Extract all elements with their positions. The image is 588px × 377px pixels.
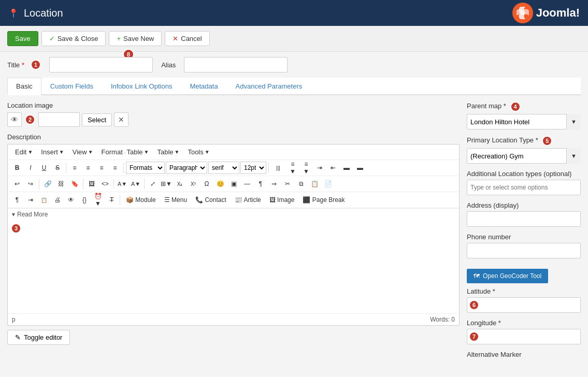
cancel-button[interactable]: ✕ Cancel: [165, 31, 209, 46]
alias-input[interactable]: [184, 57, 288, 72]
geocoder-icon: 🗺: [474, 272, 480, 280]
align-right-button[interactable]: ≡: [95, 162, 108, 174]
editor-footer: p Words: 0: [8, 313, 459, 325]
parent-map-select[interactable]: London Hilton Hotel: [467, 114, 581, 129]
emoji-button[interactable]: 😊: [214, 178, 226, 190]
module-button[interactable]: 📦 Module: [122, 194, 160, 206]
save-button[interactable]: Save: [7, 31, 38, 46]
image-insert-button[interactable]: 🖼 Image: [266, 194, 298, 206]
location-pin-icon: 📍: [8, 8, 19, 18]
special-char-button[interactable]: Ω: [200, 178, 213, 190]
paragraph-select[interactable]: Paragraph: [166, 162, 207, 174]
underline-button[interactable]: U: [38, 162, 50, 174]
save-close-button[interactable]: ✓ Save & Close: [41, 31, 106, 46]
wordcount-button[interactable]: |||: [271, 162, 285, 174]
address-input[interactable]: [467, 211, 581, 227]
main-content: Title * 1 Alias Basic Custom Fields Info…: [0, 52, 588, 370]
bold-button[interactable]: B: [11, 162, 23, 174]
parent-map-badge: 4: [510, 102, 521, 112]
num-list-button[interactable]: ≡ ▼: [300, 162, 312, 174]
formats-select[interactable]: Formats: [126, 162, 165, 174]
tab-custom-fields[interactable]: Custom Fields: [41, 78, 102, 94]
tab-basic[interactable]: Basic: [7, 78, 41, 95]
paste-button[interactable]: 📋: [308, 178, 321, 190]
text-color-button[interactable]: A▼: [116, 178, 128, 190]
redo-button[interactable]: ↪: [24, 178, 37, 190]
menu-btn[interactable]: ☰ Menu: [161, 194, 191, 206]
clock-button[interactable]: ⏰ ▼: [92, 194, 104, 206]
paste-text-button[interactable]: 📄: [322, 178, 334, 190]
undo-button[interactable]: ↩: [11, 178, 23, 190]
menu-insert[interactable]: Insert ▼: [37, 147, 68, 157]
tools-arrow: ▼: [205, 149, 210, 155]
preview-button[interactable]: 👁: [65, 194, 77, 206]
indent-button[interactable]: ⇥: [313, 162, 326, 174]
save-new-button[interactable]: + Save New: [109, 31, 162, 46]
hr-button[interactable]: —: [241, 178, 253, 190]
latitude-group: Latitude * 6: [467, 287, 581, 313]
menu-view[interactable]: View ▼: [68, 147, 97, 157]
tabs: Basic Custom Fields Infobox Link Options…: [7, 78, 581, 95]
cut-button[interactable]: ✂: [281, 178, 294, 190]
print-button[interactable]: 🖨: [51, 194, 64, 206]
copy-button[interactable]: ⧉: [295, 178, 307, 190]
primary-type-select[interactable]: (Recreation) Gym: [467, 148, 581, 164]
latitude-input[interactable]: [467, 297, 581, 313]
table-insert-button[interactable]: ⊞▼: [160, 178, 173, 190]
additional-types-input[interactable]: [467, 180, 581, 195]
clear-button[interactable]: T̶: [105, 194, 118, 206]
code-button[interactable]: <>: [99, 178, 111, 190]
sep3: [268, 163, 269, 173]
eye-button[interactable]: 👁: [7, 112, 22, 127]
format-indent-button[interactable]: ⇥: [24, 194, 37, 206]
bookmark-button[interactable]: 🔖: [68, 178, 81, 190]
longitude-input[interactable]: [467, 329, 581, 344]
image-button[interactable]: 🖼: [85, 178, 98, 190]
article-button[interactable]: 📰 Article: [231, 194, 265, 206]
align-justify-button[interactable]: ≡: [109, 162, 121, 174]
superscript-button[interactable]: X²: [187, 178, 199, 190]
link-button[interactable]: 🔗: [41, 178, 54, 190]
align-left-button[interactable]: ≡: [68, 162, 81, 174]
source-button[interactable]: 📋: [38, 194, 50, 206]
tab-advanced[interactable]: Advanced Parameters: [227, 78, 311, 94]
menu-tools[interactable]: Tools ▼: [183, 147, 213, 157]
alt-marker-group: Alternative Marker: [467, 351, 581, 358]
page-break-button[interactable]: ⬛ Page Break: [299, 194, 348, 206]
unlink-button[interactable]: ⛓: [55, 178, 67, 190]
spellcheck-button[interactable]: {}: [78, 194, 91, 206]
strikethrough-button[interactable]: S: [51, 162, 64, 174]
font-select[interactable]: serif: [208, 162, 239, 174]
bg-color-button[interactable]: A▼: [130, 178, 142, 190]
bullet-list-button[interactable]: ≡ ▼: [286, 162, 299, 174]
align-center-button[interactable]: ≡: [82, 162, 94, 174]
contact-button[interactable]: 📞 Contact: [192, 194, 230, 206]
title-row: Title * 1 Alias: [7, 57, 581, 72]
sep1: [66, 163, 66, 173]
subscript-button[interactable]: X₂: [174, 178, 186, 190]
joomla-text: Joomla!: [536, 6, 580, 20]
tab-metadata[interactable]: Metadata: [181, 78, 226, 94]
editor-body[interactable]: 3: [8, 220, 459, 313]
fullscreen-button[interactable]: ⤢: [147, 178, 159, 190]
geocoder-button[interactable]: 🗺 Open GeoCoder Tool: [467, 269, 548, 283]
block-button[interactable]: ▬: [340, 162, 353, 174]
select-button[interactable]: Select: [82, 113, 112, 126]
menu-format[interactable]: Format - Table ▼: [97, 147, 153, 157]
outdent-button[interactable]: ⇤: [327, 162, 339, 174]
format-p-button[interactable]: ¶: [11, 194, 23, 206]
tab-infobox[interactable]: Infobox Link Options: [102, 78, 181, 94]
italic-button[interactable]: I: [24, 162, 37, 174]
phone-input[interactable]: [467, 243, 581, 258]
toggle-editor-button[interactable]: ✎ Toggle editor: [7, 330, 70, 345]
menu-table[interactable]: Table ▼: [153, 147, 183, 157]
nonbreak-button[interactable]: ¶: [254, 178, 267, 190]
block2-button[interactable]: ▬: [354, 162, 366, 174]
media-button[interactable]: ▣: [227, 178, 240, 190]
ltr-button[interactable]: ⇒: [268, 178, 280, 190]
title-input[interactable]: [49, 57, 153, 72]
clear-image-button[interactable]: ✕: [114, 112, 128, 127]
menu-edit[interactable]: Edit ▼: [11, 147, 37, 157]
read-more-bar[interactable]: ▾ Read More: [8, 208, 459, 220]
size-select[interactable]: 12pt: [240, 162, 266, 174]
